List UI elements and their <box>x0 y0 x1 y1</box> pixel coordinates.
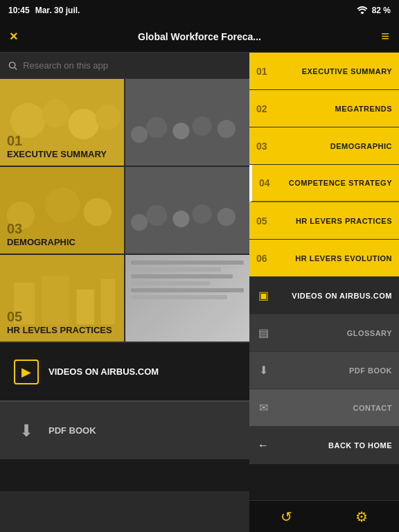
status-bar-left: 10:45 Mar. 30 juil. <box>8 6 80 15</box>
contact-menu-icon: ✉ <box>256 401 270 414</box>
tile-number-3: 03 <box>7 221 76 237</box>
menu-number-6: 06 <box>256 253 272 264</box>
search-bar <box>0 53 249 79</box>
menu-item-hr-levers-evolution[interactable]: 06 HR LEVERS EVOLUTION <box>249 240 399 277</box>
status-time: 10:45 <box>8 6 30 15</box>
search-input[interactable] <box>23 60 241 71</box>
glossary-menu-icon: ▤ <box>256 326 270 339</box>
header-title: Global Workforce Foreca... <box>18 31 382 42</box>
tile-image-4[interactable] <box>125 167 249 254</box>
menu-item-videos[interactable]: ▣ VIDEOS ON AIRBUS.COM <box>249 277 399 314</box>
right-menu: 01 EXECUTIVE SUMMARY 02 MEGATRENDS 03 DE… <box>249 53 399 532</box>
refresh-icon[interactable]: ↺ <box>281 508 292 525</box>
tile-image-2[interactable] <box>125 79 249 166</box>
menu-item-contact[interactable]: ✉ CONTACT <box>249 389 399 427</box>
tile-executive-summary[interactable]: 01 EXECUTIVE SUMMARY <box>0 79 124 166</box>
video-play-icon: ▶ <box>14 360 39 384</box>
search-icon <box>8 61 17 71</box>
pdf-label: PDF BOOK <box>48 425 96 436</box>
menu-label-1: EXECUTIVE SUMMARY <box>277 67 392 76</box>
menu-label-videos: VIDEOS ON AIRBUS.COM <box>276 292 392 300</box>
status-bar: 10:45 Mar. 30 juil. 82 % <box>0 0 399 21</box>
menu-number-4: 04 <box>259 177 274 188</box>
menu-label-3: DEMOGRAPHIC <box>277 142 392 150</box>
menu-item-megatrends[interactable]: 02 MEGATRENDS <box>249 90 399 127</box>
main-layout: 01 EXECUTIVE SUMMARY 03 DEMOGRAPHIC <box>0 53 399 532</box>
left-panel: 01 EXECUTIVE SUMMARY 03 DEMOGRAPHIC <box>0 53 249 532</box>
svg-line-1 <box>15 67 17 69</box>
menu-number-1: 01 <box>256 66 272 77</box>
tile-label-1: EXECUTIVE SUMMARY <box>7 149 107 160</box>
menu-label-pdf: PDF BOOK <box>276 366 392 375</box>
menu-label-contact: CONTACT <box>276 404 392 412</box>
settings-icon[interactable]: ⚙ <box>355 508 368 525</box>
menu-button[interactable]: ≡ <box>381 28 389 44</box>
menu-label-glossary: GLOSSARY <box>276 329 392 337</box>
menu-item-glossary[interactable]: ▤ GLOSSARY <box>249 314 399 352</box>
svg-point-0 <box>9 62 15 67</box>
menu-label-2: MEGATRENDS <box>277 105 392 113</box>
tile-number-5: 05 <box>7 309 112 325</box>
video-menu-icon: ▣ <box>256 289 270 302</box>
tile-pdf[interactable]: ⬇ PDF BOOK <box>0 400 249 459</box>
menu-item-competence-strategy[interactable]: 04 COMPETENCE STRATEGY <box>249 165 399 202</box>
menu-number-2: 02 <box>256 103 272 114</box>
back-menu-icon: ← <box>256 439 270 452</box>
tile-label-5: HR LEVELS PRACTICES <box>7 325 112 336</box>
close-button[interactable]: × <box>10 28 18 44</box>
status-bar-right: 82 % <box>357 6 391 16</box>
download-icon: ⬇ <box>14 418 39 443</box>
menu-item-demographic[interactable]: 03 DEMOGRAPHIC <box>249 127 399 165</box>
tile-image-6[interactable] <box>125 255 249 342</box>
wifi-icon <box>357 6 368 16</box>
menu-item-back-home[interactable]: ← BACK TO HOME <box>249 427 399 464</box>
content-grid: 01 EXECUTIVE SUMMARY 03 DEMOGRAPHIC <box>0 79 249 342</box>
menu-item-hr-levers-practices[interactable]: 05 HR LEVERS PRACTICES <box>249 202 399 240</box>
left-bottom-bar <box>0 459 249 491</box>
tile-demographic[interactable]: 03 DEMOGRAPHIC <box>0 167 124 254</box>
menu-label-5: HR LEVERS PRACTICES <box>277 217 392 225</box>
status-date: Mar. 30 juil. <box>35 6 80 15</box>
menu-item-executive-summary[interactable]: 01 EXECUTIVE SUMMARY <box>249 53 399 90</box>
tile-hr-levels[interactable]: 05 HR LEVELS PRACTICES <box>0 255 124 342</box>
menu-label-back: BACK TO HOME <box>276 441 392 450</box>
tile-number-1: 01 <box>7 133 107 149</box>
menu-label-4: COMPETENCE STRATEGY <box>280 179 392 187</box>
menu-item-pdf-book[interactable]: ⬇ PDF BOOK <box>249 352 399 389</box>
tile-videos[interactable]: ▶ VIDEOS ON AIRBUS.COM <box>0 342 249 400</box>
menu-label-6: HR LEVERS EVOLUTION <box>277 254 392 263</box>
menu-number-3: 03 <box>256 141 272 152</box>
tile-label-3: DEMOGRAPHIC <box>7 237 76 248</box>
battery-label: 82 % <box>372 6 391 15</box>
bottom-bar: ↺ ⚙ <box>249 500 399 532</box>
videos-label: VIDEOS ON AIRBUS.COM <box>48 366 159 377</box>
app-header: × Global Workforce Foreca... ≡ <box>0 21 399 53</box>
pdf-menu-icon: ⬇ <box>256 364 270 377</box>
menu-number-5: 05 <box>256 215 272 227</box>
